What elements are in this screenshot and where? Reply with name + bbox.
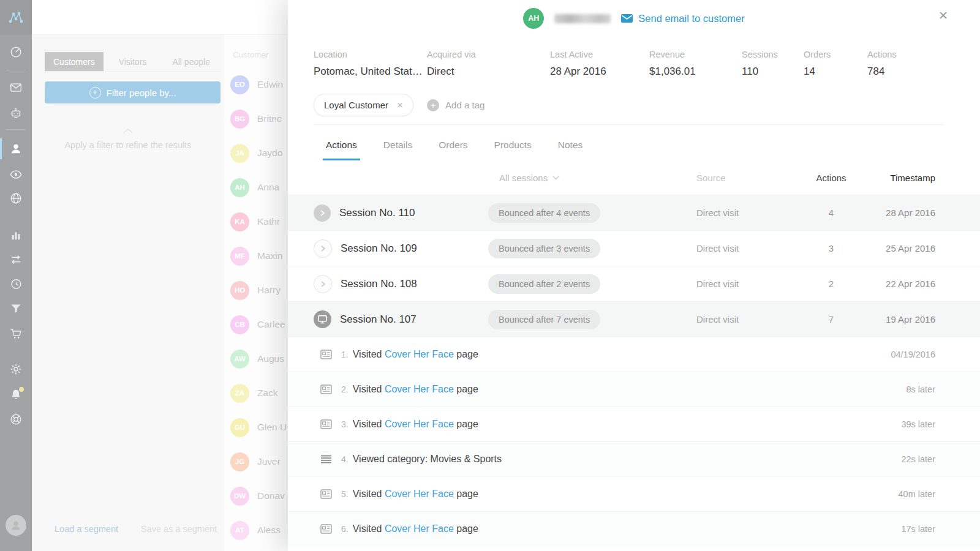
- send-email-link[interactable]: Send email to customer: [621, 13, 744, 24]
- sidebar-item-visitors[interactable]: [0, 162, 32, 187]
- session-actions-count: 7: [807, 314, 856, 324]
- filter-people-button[interactable]: Filter people by...: [45, 81, 221, 103]
- customer-list-item[interactable]: CB Carlee: [224, 307, 288, 342]
- tab-notes[interactable]: Notes: [555, 136, 586, 160]
- event-page-link[interactable]: Cover Her Face: [385, 523, 454, 534]
- sidebar-divider: [6, 70, 26, 70]
- sessions-list: Session No. 110 Bounced after 4 events D…: [288, 195, 980, 337]
- stat-value: Potomac, United Stat…: [314, 66, 427, 78]
- sidebar-item-people[interactable]: [0, 137, 32, 161]
- sidebar-item-funnels[interactable]: [0, 296, 32, 321]
- section-divider: [314, 124, 943, 125]
- tab-visitors[interactable]: Visitors: [104, 52, 162, 71]
- avatar: JG: [230, 452, 249, 471]
- page-icon: [320, 489, 332, 499]
- app-logo[interactable]: [0, 0, 32, 35]
- session-title-cell: Session No. 107: [314, 310, 488, 328]
- stat-value: $1,036.01: [649, 66, 742, 78]
- chevron-right-icon: [314, 204, 331, 222]
- sidebar-item-dashboard[interactable]: [0, 40, 32, 64]
- customer-list-item[interactable]: BG Britne: [224, 102, 288, 136]
- customer-list-item[interactable]: HO Harry: [224, 273, 288, 307]
- event-description: Visited Cover Her Face page: [353, 349, 478, 360]
- customer-list-item[interactable]: DW Donav: [224, 479, 288, 513]
- sidebar-item-profile[interactable]: [0, 513, 32, 538]
- event-description: Visited Cover Her Face page: [353, 384, 478, 395]
- session-badge: Bounced after 2 events: [488, 274, 600, 294]
- sidebar-item-history[interactable]: [0, 272, 32, 296]
- customer-name: Juver: [257, 456, 281, 467]
- tags-row: Loyal Customer ✕ Add a tag: [314, 94, 980, 116]
- page-icon: [320, 350, 332, 359]
- event-page-link[interactable]: Cover Her Face: [385, 349, 454, 359]
- globe-icon: [9, 192, 23, 205]
- tab-products[interactable]: Products: [491, 136, 535, 160]
- customer-name: Harry: [257, 285, 281, 296]
- session-row[interactable]: Session No. 108 Bounced after 2 events D…: [288, 266, 980, 301]
- customer-list-item[interactable]: KA Kathr: [224, 204, 288, 239]
- segment-links: Load a segment Save as a segment: [55, 524, 217, 534]
- customer-list-item[interactable]: JA Jaydo: [224, 136, 288, 170]
- customer-list-item[interactable]: EO Edwin: [224, 67, 288, 102]
- event-page-link[interactable]: Cover Her Face: [385, 419, 454, 429]
- tab-actions[interactable]: Actions: [323, 136, 360, 160]
- session-title: Session No. 107: [340, 313, 417, 326]
- funnel-icon: [9, 302, 23, 315]
- avatar: KA: [230, 212, 249, 231]
- save-segment-link[interactable]: Save as a segment: [141, 524, 217, 534]
- session-timestamp: 25 Apr 2016: [856, 243, 935, 253]
- customer-list-item[interactable]: JG Juver: [224, 444, 288, 479]
- customer-name-redacted: [554, 14, 611, 23]
- tab-orders[interactable]: Orders: [435, 136, 470, 160]
- sidebar-item-mail[interactable]: [0, 75, 32, 100]
- sidebar-item-commerce[interactable]: [0, 321, 32, 346]
- bar-chart-icon: [9, 228, 23, 242]
- event-timestamp: 8s later: [906, 384, 935, 394]
- event-page-link[interactable]: Cover Her Face: [385, 384, 454, 394]
- customer-name: Augus: [257, 353, 284, 364]
- customer-list-item[interactable]: AW Augus: [224, 342, 288, 376]
- event-number: 6.: [341, 524, 349, 534]
- customer-list-item[interactable]: AT Aless: [224, 513, 288, 547]
- session-badge: Bounced after 7 events: [488, 310, 600, 329]
- customer-list-item[interactable]: ZA Zack: [224, 376, 288, 410]
- session-row[interactable]: Session No. 110 Bounced after 4 events D…: [288, 195, 980, 230]
- session-row[interactable]: Session No. 107 Bounced after 7 events D…: [288, 301, 980, 337]
- sidebar-item-notifications[interactable]: [0, 382, 32, 407]
- plus-icon: [89, 87, 101, 99]
- avatar: BG: [230, 110, 249, 129]
- sidebar-item-settings[interactable]: [0, 357, 32, 381]
- sessions-filter-dropdown[interactable]: All sessions: [488, 173, 696, 183]
- sidebar-item-automation[interactable]: [0, 101, 32, 126]
- customer-name: Aless: [257, 525, 281, 536]
- sidebar-divider: [6, 129, 26, 130]
- app-logo-icon: [8, 11, 24, 24]
- avatar: AW: [230, 350, 249, 369]
- event-description: Visited Cover Her Face page: [353, 523, 478, 534]
- tab-all-people[interactable]: All people: [162, 52, 221, 71]
- close-icon[interactable]: ✕: [938, 10, 948, 21]
- customer-list-item[interactable]: MF Maxin: [224, 239, 288, 273]
- session-row[interactable]: Session No. 109 Bounced after 3 events D…: [288, 230, 980, 266]
- customer-name: Anna: [257, 182, 279, 193]
- add-tag-button[interactable]: Add a tag: [427, 99, 484, 111]
- session-title: Session No. 108: [341, 278, 417, 290]
- sidebar-item-geo[interactable]: [0, 186, 32, 211]
- load-segment-link[interactable]: Load a segment: [55, 524, 118, 534]
- event-timestamp: 39s later: [901, 419, 935, 429]
- tab-details[interactable]: Details: [380, 136, 415, 160]
- tag-label: Loyal Customer: [324, 100, 388, 110]
- stat-value: Direct: [427, 66, 550, 78]
- sidebar-item-analytics[interactable]: [0, 223, 32, 247]
- sidebar-item-flows[interactable]: [0, 247, 32, 272]
- customer-name: Carlee: [257, 319, 285, 330]
- sidebar-item-help[interactable]: [0, 407, 32, 432]
- event-page-link[interactable]: Cover Her Face: [385, 489, 454, 499]
- customer-name: Donav: [257, 490, 285, 501]
- chevron-up-icon[interactable]: [123, 128, 134, 134]
- tab-customers[interactable]: Customers: [45, 52, 104, 71]
- customer-list-item[interactable]: AH Anna: [224, 170, 288, 204]
- customer-list-item[interactable]: GU Glen U: [224, 410, 288, 444]
- remove-tag-icon[interactable]: ✕: [397, 101, 403, 110]
- session-badge: Bounced after 3 events: [488, 239, 600, 258]
